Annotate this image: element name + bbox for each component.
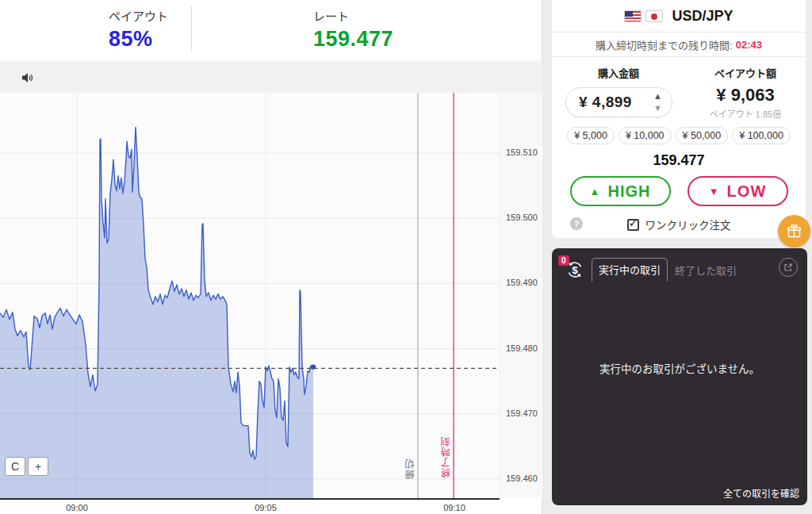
payout-value: 85% (109, 27, 168, 52)
stepper-down-icon[interactable]: ▼ (653, 102, 662, 114)
trades-header: 0 $ 実行中の取引 終了した取引 (552, 248, 807, 282)
rate-block: レート 159.477 (313, 7, 393, 52)
timer-label: 購入締切時刻までの残り時間: (596, 37, 733, 52)
one-click-checkbox[interactable]: ✓ (627, 219, 639, 231)
time-axis: 09:0009:0509:10 (0, 498, 500, 514)
no-trades-message: 実行中のお取引がございません。 (552, 282, 807, 453)
quote-header: ペイアウト 85% レート 159.477 (0, 0, 542, 62)
price-axis: 159.510159.500159.490159.480159.470159.4… (500, 93, 542, 498)
chart-zoom-controls: C + (5, 457, 48, 476)
order-panel: USD/JPY 購入締切時刻までの残り時間: 02:43 購入金額 ペイアウト額… (552, 0, 806, 238)
purchase-amount-label: 購入金額 (552, 65, 685, 80)
deadline-timer-row: 購入締切時刻までの残り時間: 02:43 (552, 32, 806, 57)
chart-toolbar (0, 63, 542, 93)
view-all-trades-link[interactable]: 全ての取引を確認 (723, 486, 799, 500)
rate-value: 159.477 (313, 27, 393, 52)
order-buttons-row: ▲ HIGH ▼ LOW (552, 176, 806, 206)
payout-label: ペイアウト (109, 7, 168, 24)
header-divider (191, 6, 192, 51)
time-tick: 09:05 (246, 503, 285, 512)
quick-amount-5000[interactable]: ¥ 5,000 (567, 127, 615, 144)
currency-pair: USD/JPY (672, 8, 733, 25)
price-tick: 159.490 (506, 278, 538, 287)
checkmark-icon: ✓ (629, 216, 639, 230)
currency-pair-row: USD/JPY (552, 0, 806, 32)
jp-flag-icon (645, 10, 663, 22)
end-time-line-label: 終了時刻 (439, 436, 453, 478)
timer-value: 02:43 (736, 39, 762, 51)
svg-text:$: $ (572, 264, 578, 276)
stepper-up-icon[interactable]: ▲ (653, 90, 662, 102)
external-link-icon (783, 263, 793, 272)
price-chart[interactable]: 締切 終了時刻 C + (0, 93, 500, 498)
chart-reset-button[interactable]: C (5, 457, 25, 476)
amount-stepper: ▲ ▼ (653, 90, 662, 114)
tab-active-trades[interactable]: 実行中の取引 (592, 258, 668, 282)
us-flag-icon (624, 10, 642, 22)
chart-panel: ペイアウト 85% レート 159.477 締切 終了時刻 C + 159.51… (0, 0, 542, 514)
purchase-amount-input[interactable]: ¥ 4,899 ▲ ▼ (565, 87, 672, 117)
deadline-line-label: 締切 (404, 458, 417, 479)
payout-amount-value: ¥ 9,063 (685, 85, 806, 105)
current-rate: 159.477 (552, 152, 806, 169)
one-click-label: ワンクリック注文 (645, 217, 731, 232)
time-tick: 09:00 (57, 503, 97, 512)
high-button-label: HIGH (607, 182, 650, 201)
payout-multiplier: ペイアウト 1.85倍 (685, 107, 806, 120)
purchase-amount-value[interactable]: ¥ 4,899 (579, 94, 632, 111)
help-icon[interactable]: ? (570, 217, 583, 230)
time-tick: 09:10 (435, 503, 474, 512)
open-external-button[interactable] (779, 258, 798, 277)
low-button-label: LOW (727, 182, 767, 201)
gift-button[interactable] (778, 215, 810, 247)
price-tick: 159.480 (506, 343, 538, 353)
price-chart-canvas[interactable] (0, 93, 500, 498)
price-tick: 159.470 (506, 409, 538, 418)
amount-row: ¥ 4,899 ▲ ▼ ¥ 9,063 ペイアウト 1.85倍 (552, 85, 806, 120)
quick-amounts-row: ¥ 5,000 ¥ 10,000 ¥ 50,000 ¥ 100,000 (552, 127, 806, 144)
low-button[interactable]: ▼ LOW (688, 176, 788, 206)
trades-count-badge: 0 (558, 255, 569, 266)
down-triangle-icon: ▼ (709, 186, 720, 198)
high-button[interactable]: ▲ HIGH (570, 176, 671, 206)
payout-amount-label: ペイアウト額 (685, 65, 806, 80)
active-trades-indicator: 0 $ (558, 257, 587, 282)
one-click-row: ? ✓ ワンクリック注文 (552, 217, 806, 232)
price-tick: 159.500 (506, 213, 538, 222)
rate-label: レート (313, 7, 393, 24)
quick-amount-50000[interactable]: ¥ 50,000 (676, 127, 729, 144)
chart-zoom-in-button[interactable]: + (28, 457, 48, 476)
tab-finished-trades[interactable]: 終了した取引 (675, 263, 737, 278)
trades-panel: 0 $ 実行中の取引 終了した取引 実行中のお取引がございません。 全ての取引を… (552, 248, 807, 505)
price-tick: 159.510 (506, 148, 538, 157)
up-triangle-icon: ▲ (590, 186, 601, 198)
price-tick: 159.460 (506, 474, 538, 483)
gift-icon (786, 223, 802, 240)
amount-headers: 購入金額 ペイアウト額 (552, 65, 806, 80)
payout-block: ペイアウト 85% (109, 7, 168, 52)
volume-icon[interactable] (21, 72, 34, 86)
quick-amount-100000[interactable]: ¥ 100,000 (732, 127, 791, 144)
quick-amount-10000[interactable]: ¥ 10,000 (619, 127, 672, 144)
payout-amount-block: ¥ 9,063 ペイアウト 1.85倍 (685, 85, 806, 120)
